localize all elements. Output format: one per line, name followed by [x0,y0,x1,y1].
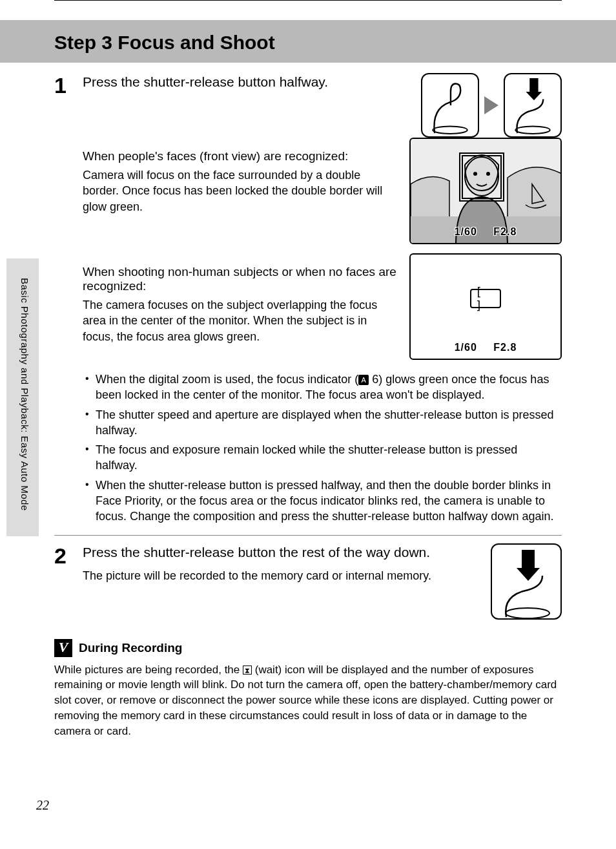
step-2: 2 Press the shutter-release button the r… [54,535,562,620]
svg-marker-2 [526,92,542,100]
row-face-recog: When people's faces (front view) are rec… [83,138,562,253]
para-nofaces: The camera focuses on the subject overla… [83,297,398,344]
para-faces: Camera will focus on the face surrounded… [83,167,398,215]
svg-point-7 [486,172,490,176]
svg-point-12 [506,608,549,618]
half-press-illustration [421,73,562,138]
step-1: 1 Press the shutter-release button halfw… [54,73,562,529]
note-title: During Recording [79,641,182,655]
bullet-list: When the digital zoom is used, the focus… [83,372,562,525]
finger-half-press-down-icon [504,73,562,138]
step-number: 1 [54,73,83,529]
wait-icon: ⧗ [243,666,252,675]
list-item: When the digital zoom is used, the focus… [83,372,562,403]
svg-point-0 [433,126,467,133]
step-number: 2 [54,543,83,620]
shutter-speed: 1/60 [455,226,477,237]
step-body: Press the shutter-release button halfway… [83,73,562,529]
note-checkmark-icon: V [54,639,72,657]
lcd-readout: 1/60 F2.8 [411,226,560,238]
aperture-value: F2.8 [493,342,517,353]
content-area: 1 Press the shutter-release button halfw… [0,63,616,620]
lcd-readout: 1/60 F2.8 [411,342,560,353]
subheading-faces: When people's faces (front view) are rec… [83,149,398,163]
lcd-face-priority: 1/60 F2.8 [409,138,562,244]
svg-rect-10 [522,550,535,568]
note-header: V During Recording [54,639,562,657]
svg-marker-11 [517,568,540,581]
svg-rect-1 [529,78,538,92]
svg-point-6 [473,172,477,176]
finger-full-press-icon [491,543,562,620]
list-item: The shutter speed and aperture are displ… [83,407,562,439]
list-item: When the shutter-release button is press… [83,477,562,525]
side-section-label: Basic Photography and Playback: Easy Aut… [19,278,30,511]
list-item: The focus and exposure remain locked whi… [83,442,562,474]
header-rule [54,0,562,1]
subheading-nofaces: When shooting non-human subjects or when… [83,265,398,293]
step-heading: Press the shutter-release button halfway… [83,73,409,91]
header-bar: Step 3 Focus and Shoot [0,20,616,63]
arrow-right-icon [484,96,498,114]
svg-point-3 [515,126,550,133]
row-heading: Press the shutter-release button halfway… [83,73,562,138]
lcd-center-focus: [ ] 1/60 F2.8 [409,253,562,360]
reference-icon: A [358,375,369,385]
note-body: While pictures are being recorded, the ⧗… [54,662,562,739]
shutter-speed: 1/60 [455,342,477,353]
step-body-text: The picture will be recorded to the memo… [83,568,479,583]
finger-half-press-icon [421,73,479,138]
page-number: 22 [36,798,49,813]
row-no-face: When shooting non-human subjects or when… [83,253,562,369]
note-text-pre: While pictures are being recorded, the [54,664,243,676]
page-title: Step 3 Focus and Shoot [54,32,616,54]
bullet-text-pre: When the digital zoom is used, the focus… [96,373,358,386]
note-section: V During Recording While pictures are be… [54,639,562,739]
focus-brackets-icon: [ ] [470,289,501,308]
step-heading: Press the shutter-release button the res… [83,543,479,561]
aperture-value: F2.8 [493,226,517,237]
